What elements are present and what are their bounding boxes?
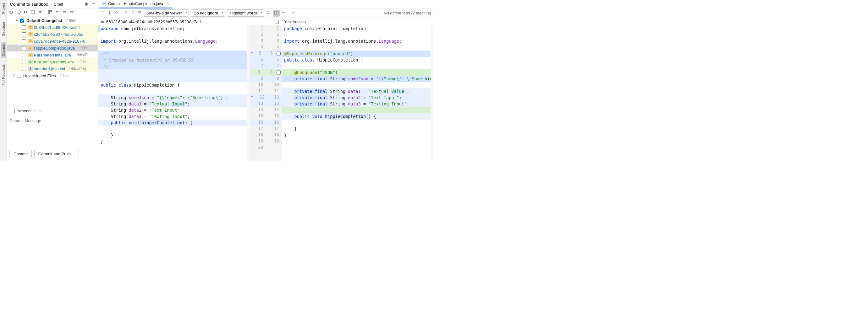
commit-button[interactable]: Commit bbox=[9, 150, 32, 158]
commit-and-push-button[interactable]: Commit and Push… bbox=[34, 150, 79, 158]
tab-shelf[interactable]: Shelf bbox=[53, 1, 64, 7]
chevron-right-icon bbox=[12, 74, 16, 77]
svg-point-6 bbox=[33, 109, 36, 112]
gear-icon[interactable] bbox=[84, 2, 88, 7]
tool-structure[interactable]: Structure bbox=[1, 20, 6, 38]
svg-rect-4 bbox=[49, 12, 50, 14]
next-diff-icon[interactable] bbox=[107, 10, 112, 16]
svg-rect-2 bbox=[49, 10, 50, 12]
svg-rect-9 bbox=[277, 11, 278, 15]
amend-label: Amend bbox=[18, 109, 30, 113]
file-row[interactable]: Jcd317dc9-8fce-462a-9107-0 bbox=[7, 38, 98, 44]
svg-rect-8 bbox=[274, 11, 276, 15]
file-row[interactable]: J0084bb2f-adf8-426f-ac54- bbox=[7, 24, 98, 31]
gear-icon[interactable] bbox=[32, 108, 37, 114]
changes-tree: Default Changelist 7 files J0084bb2f-adf… bbox=[7, 17, 98, 79]
changelist-icon[interactable] bbox=[30, 10, 35, 15]
nav-fwd-icon[interactable] bbox=[130, 10, 135, 16]
refresh-icon[interactable] bbox=[9, 10, 13, 15]
lock-icon bbox=[100, 20, 104, 24]
commit-message-input[interactable] bbox=[7, 116, 98, 147]
include-all-checkbox[interactable] bbox=[275, 20, 279, 24]
collapse-unchanged-icon[interactable] bbox=[266, 10, 271, 16]
file-row[interactable]: istandard-java.iml ~/IdeaProj bbox=[7, 65, 98, 72]
svg-rect-1 bbox=[31, 11, 35, 13]
minimize-icon[interactable] bbox=[91, 2, 96, 7]
expand-icon[interactable] bbox=[62, 10, 67, 15]
tab-commit-branch[interactable]: Commit to sandbox bbox=[9, 1, 49, 7]
left-tool-strip: Project Structure Commit Pull Requests bbox=[0, 0, 7, 161]
svg-rect-0 bbox=[92, 3, 95, 4]
your-version-label: Your version bbox=[282, 20, 434, 24]
diff-gutter: 11 22 33 44 »55 66 77 88 99 1010 1111 »1… bbox=[250, 26, 282, 161]
commit-panel: Commit to sandbox Shelf Default Changeli… bbox=[7, 0, 98, 161]
hunk-checkbox[interactable] bbox=[277, 70, 281, 75]
file-row[interactable]: Jc264bb84-2937-4a55-a0bc bbox=[7, 31, 98, 38]
changelist-label: Default Changelist bbox=[26, 18, 62, 23]
sync-scroll-icon[interactable] bbox=[273, 10, 280, 16]
file-row-selected[interactable]: JHippieCompletion.java ~/Ide bbox=[7, 44, 98, 51]
rollback-icon[interactable] bbox=[16, 10, 21, 15]
unversioned-count: 2 files bbox=[60, 73, 69, 78]
changelist-node[interactable]: Default Changelist 7 files bbox=[7, 17, 98, 24]
revision-hash: 631816940a44e824ca0b226290b537a85290e7ad bbox=[106, 20, 201, 24]
settings-icon[interactable] bbox=[282, 10, 286, 16]
changelist-count: 7 files bbox=[66, 18, 76, 23]
commit-toolbar bbox=[7, 8, 98, 17]
help-icon[interactable]: ? bbox=[292, 11, 294, 15]
tool-commit[interactable]: Commit bbox=[1, 42, 6, 58]
tab-title: Commit: HippieCompletion.java bbox=[108, 2, 163, 6]
highlight-select[interactable]: Highlight words bbox=[227, 9, 264, 16]
unversioned-label: Unversioned Files bbox=[23, 73, 56, 78]
svg-rect-11 bbox=[101, 21, 104, 23]
close-tab-icon[interactable]: ✕ bbox=[166, 1, 170, 6]
prev-diff-icon[interactable] bbox=[100, 10, 105, 16]
editor-area: Commit: HippieCompletion.java ✕ Side-by-… bbox=[98, 0, 434, 161]
editor-tab[interactable]: Commit: HippieCompletion.java ✕ bbox=[99, 0, 172, 8]
nav-back-icon[interactable] bbox=[124, 10, 128, 16]
view-icon[interactable] bbox=[55, 10, 60, 15]
diff-icon[interactable] bbox=[23, 10, 28, 15]
diff-toolbar: Side-by-side viewer Do not ignore Highli… bbox=[98, 8, 434, 18]
unversioned-checkbox[interactable] bbox=[17, 74, 21, 78]
history-icon[interactable] bbox=[39, 108, 43, 114]
revision-bar: 631816940a44e824ca0b226290b537a85290e7ad… bbox=[98, 18, 434, 26]
svg-point-10 bbox=[283, 12, 285, 13]
tool-project[interactable]: Project bbox=[1, 1, 6, 16]
shelve-icon[interactable] bbox=[38, 10, 42, 15]
group-icon[interactable] bbox=[48, 10, 53, 15]
file-row[interactable]: JParameterHints.java ~/IdeaP bbox=[7, 51, 98, 58]
diff-left-pane[interactable]: ✔ package com.jetbrains.completion; impo… bbox=[98, 26, 250, 161]
collapse-icon[interactable] bbox=[69, 10, 74, 15]
viewer-mode-select[interactable]: Side-by-side viewer bbox=[144, 9, 189, 16]
edit-icon[interactable] bbox=[114, 10, 119, 16]
list-icon[interactable] bbox=[137, 10, 142, 16]
diff-tab-icon bbox=[102, 2, 106, 6]
diff-status: No differences (2 inactive) bbox=[384, 11, 431, 15]
amend-checkbox[interactable] bbox=[11, 109, 15, 113]
chevron-down-icon bbox=[15, 19, 19, 22]
file-row[interactable]: xrunConfigurations.xml ~/Ide bbox=[7, 58, 98, 65]
hunk-checkbox[interactable] bbox=[277, 51, 281, 56]
tool-pull-requests[interactable]: Pull Requests bbox=[1, 63, 6, 87]
changelist-checkbox[interactable] bbox=[20, 19, 24, 23]
svg-rect-3 bbox=[50, 10, 52, 12]
diff-right-pane[interactable]: ✔ package com.jetbrains.completion; impo… bbox=[282, 26, 434, 161]
ignore-select[interactable]: Do not ignore bbox=[191, 9, 225, 16]
unversioned-node[interactable]: Unversioned Files 2 files bbox=[7, 72, 98, 79]
